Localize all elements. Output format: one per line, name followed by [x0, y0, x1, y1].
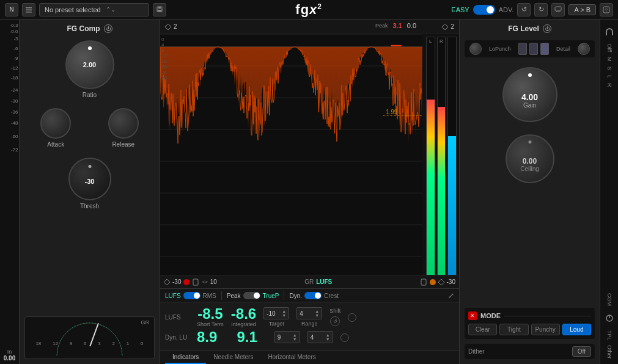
tab-needle-meters[interactable]: Needle Meters	[206, 351, 260, 364]
red-dot-left[interactable]	[183, 279, 189, 285]
dyn-toggle[interactable]: Dyn. Crest	[289, 292, 338, 299]
fg-level-title: FG Level	[508, 24, 539, 33]
left-counter-area: 2	[165, 23, 177, 30]
diamond-icon-left	[165, 24, 171, 30]
headphones-icon[interactable]	[602, 24, 617, 39]
tab-indicators[interactable]: Indicators	[165, 351, 206, 364]
lufs-circle-btn[interactable]	[348, 313, 356, 322]
range-container[interactable]: 4 ▲ ▼ Range	[296, 307, 322, 327]
svg-rect-15	[606, 33, 607, 35]
release-knob[interactable]	[108, 108, 139, 139]
range-up[interactable]: ▲	[315, 309, 319, 313]
dyn-target-container[interactable]: 9 ▲ ▼	[274, 331, 300, 343]
r-label[interactable]: R	[606, 83, 612, 87]
analyzer-area: 2 Peak 3.1 0.0 2 0 4 8 12 1	[160, 20, 459, 288]
dyn-range-arrows[interactable]: ▲ ▼	[326, 333, 330, 341]
dyn-target-arrows[interactable]: ▲ ▼	[293, 333, 297, 341]
s-label[interactable]: S	[606, 67, 612, 70]
gr-tab[interactable]: GR	[304, 278, 314, 285]
short-term-container: -8.5 Short Term	[197, 307, 224, 327]
l-meter: L	[426, 37, 435, 286]
lufs-tab[interactable]: LUFS	[316, 278, 332, 285]
shift-reset-btn[interactable]: ↺	[330, 316, 340, 326]
detail-btn-1[interactable]	[518, 43, 527, 55]
lufs-toggle[interactable]: LUFS RMS	[165, 292, 216, 299]
file-icon[interactable]	[192, 278, 199, 286]
thresh-knob[interactable]: -30	[68, 158, 111, 200]
target-container[interactable]: -10 ▲ ▼ Target	[263, 307, 289, 327]
right-range-controls[interactable]: -30	[420, 278, 455, 286]
undo-button[interactable]: ↺	[517, 3, 531, 16]
power-icon[interactable]	[602, 311, 617, 326]
chat-button[interactable]	[551, 3, 565, 16]
vu-label-12: -72	[11, 148, 18, 153]
cgm-label[interactable]: CGM	[606, 293, 612, 306]
redo-button[interactable]: ↻	[534, 3, 548, 16]
diff-label[interactable]: Diff	[606, 44, 612, 52]
attack-knob[interactable]	[40, 108, 71, 139]
settings-icon[interactable]	[22, 3, 35, 16]
target-down[interactable]: ▼	[282, 313, 286, 318]
l-label[interactable]: L	[606, 75, 612, 78]
dyn-target-up[interactable]: ▲	[293, 333, 297, 337]
lufs-rms-toggle[interactable]	[183, 292, 200, 299]
range-arrows[interactable]: ▲ ▼	[315, 309, 319, 318]
peak-truep-toggle[interactable]	[243, 292, 260, 299]
thresh-value: -30	[85, 178, 95, 185]
dyn-range-spinner[interactable]: 4 ▲ ▼	[307, 331, 333, 343]
ab-button[interactable]: A > B	[568, 4, 596, 15]
orange-dot-right[interactable]	[430, 279, 436, 285]
other-label[interactable]: Other	[606, 345, 612, 359]
tab-horizontal-meters[interactable]: Horizontal Meters	[260, 351, 323, 364]
dyn-target-spinner[interactable]: 9 ▲ ▼	[274, 331, 300, 343]
dyn-target-down[interactable]: ▼	[293, 337, 297, 341]
range-spinner[interactable]: 4 ▲ ▼	[296, 307, 322, 319]
mode-header: ✕ MODE	[468, 311, 591, 320]
preset-selector[interactable]: No preset selected ⌃⌄	[39, 3, 149, 16]
file-icon-right[interactable]	[420, 278, 427, 286]
mode-btn-loud[interactable]: Loud	[562, 324, 591, 335]
ceiling-value-container: 0.00 Ceiling	[507, 157, 553, 172]
fg-comp-power[interactable]: ⏻	[104, 24, 112, 33]
ratio-knob[interactable]: 2.00	[65, 40, 114, 89]
dyn-range-container[interactable]: 4 ▲ ▼	[307, 331, 333, 343]
tpl-label[interactable]: TPL	[606, 330, 612, 341]
gain-knob[interactable]: 4.00 Gain	[502, 67, 557, 122]
help-button[interactable]: ?	[600, 3, 613, 16]
m-label[interactable]: M	[606, 57, 612, 62]
target-up[interactable]: ▲	[282, 309, 286, 313]
dyn-crest-toggle[interactable]	[304, 292, 322, 299]
mode-divider	[504, 316, 591, 316]
ceiling-knob[interactable]: 0.00 Ceiling	[506, 134, 554, 183]
mode-x-button[interactable]: ✕	[468, 311, 477, 320]
l-meter-fill	[427, 100, 435, 286]
thresh-knob-container: -30 Thresh	[68, 158, 111, 209]
mode-btn-clear[interactable]: Clear	[468, 324, 497, 335]
svg-marker-14	[438, 279, 444, 285]
mode-title: MODE	[480, 312, 501, 319]
lopunch-knob[interactable]	[469, 43, 482, 55]
mode-btn-punchy[interactable]: Punchy	[531, 324, 560, 335]
lufs-toggle-knob	[194, 293, 200, 299]
range-down[interactable]: ▼	[315, 313, 319, 318]
left-range-controls[interactable]: -30 <> 10	[164, 278, 217, 286]
easy-adv-toggle[interactable]: EASY ADV.	[451, 5, 513, 15]
detail-btn-2[interactable]	[529, 43, 538, 55]
save-button[interactable]	[153, 3, 166, 16]
l-meter-label: L	[427, 38, 435, 44]
expand-btn[interactable]: ⤢	[448, 291, 454, 300]
detail-btn-3[interactable]	[540, 43, 549, 55]
target-spinner[interactable]: -10 ▲ ▼	[263, 307, 289, 319]
fg-level-power[interactable]: ⏻	[543, 24, 551, 33]
dyn-circle-btn[interactable]	[340, 333, 349, 342]
dyn-range-up[interactable]: ▲	[326, 333, 330, 337]
peak-toggle[interactable]: Peak TrueP	[227, 292, 279, 299]
dither-off-button[interactable]: Off	[572, 346, 591, 357]
easy-adv-switch[interactable]	[473, 5, 495, 15]
mode-btn-tight[interactable]: Tight	[499, 324, 528, 335]
vu-label-4: -9	[13, 56, 18, 61]
target-arrows[interactable]: ▲ ▼	[282, 309, 286, 318]
detail-knob[interactable]	[578, 43, 590, 55]
dyn-range-down[interactable]: ▼	[326, 337, 330, 341]
vu-scale: -0.3 -0.0 -3 -6 -9 -12 -18 -24 -30 -36 -…	[1, 22, 18, 346]
